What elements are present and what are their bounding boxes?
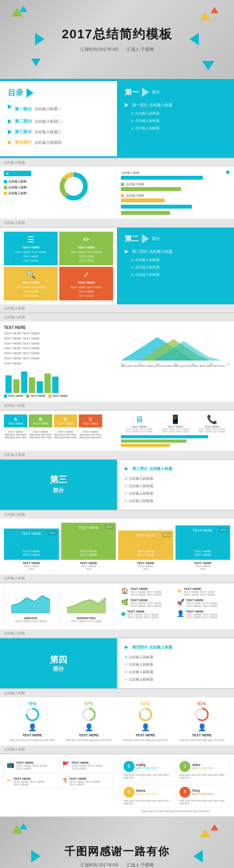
slide5-header-l: 点此输入标题 — [0, 313, 234, 321]
toc-title: 目录 — [8, 88, 109, 98]
person-silhouette-4: 👤 — [198, 723, 206, 732]
slide11-header: 点此输入标题 — [0, 689, 234, 697]
tablet-icon: 📱 — [170, 414, 181, 424]
deco-tri-yellow-1 — [200, 12, 211, 20]
deco-tri-teal-down-2 — [202, 61, 214, 70]
section2-label: 第二 — [125, 234, 139, 243]
mountain-chart: S1S2S3S4S5S6S7 — [121, 325, 230, 361]
footer-arrow-left — [31, 850, 41, 863]
rocket-icon: 🚀 — [177, 598, 184, 606]
toc-item-4: 第四部分 点此输入标题四 — [8, 139, 109, 145]
feature-list: 🏠 TEXT HERE TEXT HERE TEXT HERETEXT HERE… — [121, 587, 230, 619]
slide-8: 点此输入标题 TEXT HERE TEXT HERETEXT HERE 75% … — [0, 511, 234, 583]
deco-tri-orange-1 — [211, 7, 218, 13]
slide-6: A TEXT HERE B TEXT HERE C TEXT HERE D TE… — [0, 411, 234, 460]
toc-arrow-2 — [8, 119, 12, 124]
chart-title-left: TEXT HERE — [4, 325, 113, 330]
footer-title: 千图网感谢一路有你 — [64, 844, 170, 859]
slide3-header: 点此输入标题 — [0, 159, 234, 167]
toc-item-1: 第一部分 点此输入标题一 — [8, 104, 109, 114]
device-row: 🖥 TEXT HERE TEXT HERE TEXT HERETEXT HERE… — [121, 414, 230, 433]
icon-box-4: ✓ TEXT HERE TEXT HERE TEXT HERE TEXT HER… — [59, 267, 113, 300]
toc-arrow-1 — [8, 104, 12, 109]
slide8-footer: 点此输入标题 — [0, 574, 234, 582]
slide-11: 点此输入标题 76% 👤 TEXT HERE Add your text her… — [0, 689, 234, 754]
slide8-header: 点此输入标题 — [0, 511, 234, 519]
slide-footer: 千图网感谢一路有你 汇报时间:2017年9月 汇报人:千图网 — [0, 817, 234, 868]
slide-7: 第三 部分 第三部分 点此输入标题 点此输入副标题 点此输入副标题 点此输入副标… — [0, 460, 234, 511]
slide-10: 第四 部分 第四部分 点此输入标题 点此输入副标题 点此输入副标题 点此输入副标… — [0, 638, 234, 689]
svg-marker-7 — [11, 596, 50, 613]
progress-ring-3 — [138, 707, 152, 722]
slide-4: ☰ TEXT HERE TEXT HERE TEXT HERE TEXT HER… — [0, 228, 234, 313]
slide-12: 📺 TEXT HERE TEXT HERE TEXT HERE TEXT HER… — [0, 754, 234, 817]
book-icon: ✏ — [7, 777, 12, 784]
name-steve: Steve — [136, 789, 158, 793]
search-icon: 🔍 — [26, 270, 36, 279]
area-charts: SERVICE TEXT HERE TEXT HERE MARKETING TE… — [4, 587, 113, 625]
feature-boxes: 📺 TEXT HERE TEXT HERE TEXT HERE TEXT HER… — [4, 758, 113, 789]
people-progress: 76% 👤 TEXT HERE Add your text here Add y… — [4, 701, 230, 741]
chart-text-left: TEXT HERE TEXT HERETEXT HERE TEXT HERETE… — [4, 331, 113, 366]
icon-box-1: ☰ TEXT HERE TEXT HERE TEXT HERE TEXT HER… — [4, 232, 58, 265]
deco-tri-teal-down-1 — [31, 59, 41, 66]
avatar-steve: S — [124, 787, 135, 798]
avatar-cathy: C — [124, 761, 135, 772]
slide-9: SERVICE TEXT HERE TEXT HERE MARKETING TE… — [0, 583, 234, 638]
avatar-tony: T — [179, 787, 190, 798]
toc-item-3: 第三部分 点此输入标题三 — [8, 129, 109, 135]
tall-boxes: TEXT HERE TEXT HERETEXT HERE 75% TEXT HE… — [4, 523, 230, 570]
slide5-footer: 点此输入标题 — [0, 402, 234, 410]
footer-author: 汇报人:千图网 — [127, 862, 154, 868]
flag-icon: 🚩 — [62, 761, 70, 768]
abcd-boxes: A TEXT HERE B TEXT HERE C TEXT HERE D TE… — [4, 414, 113, 427]
hbar-2: 点此输入副标 — [121, 182, 230, 191]
footer-date: 汇报时间:2017年9月 — [80, 862, 119, 868]
title-arrow-left — [35, 33, 44, 45]
pencil-icon: ✏ — [83, 235, 90, 244]
hbar-5 — [121, 211, 230, 215]
slide-3: 点此输入标题 A 点此输入副标 点此输入副标 点此输入副标 — [0, 159, 234, 228]
slide11-footer: 点此输入标题 — [0, 745, 234, 754]
chart-legend: TEXT HERE TEXT HERE TEXT HERE — [4, 395, 113, 398]
deco-tri-teal-1 — [20, 6, 27, 12]
title-date: 汇报时间:2017年9月 — [80, 46, 119, 53]
svg-marker-8 — [67, 598, 106, 613]
section4-big: 第四 — [50, 654, 67, 666]
name-john: John — [192, 763, 214, 767]
title-arrow-right — [190, 33, 199, 45]
phone-icon: 📞 — [207, 414, 217, 424]
person-icon: 👤 — [177, 610, 184, 617]
slide-5: 点此输入标题 TEXT HERE TEXT HERE TEXT HERETEXT… — [0, 313, 234, 411]
abcd-text: TEXT HEREAdd your text here Add your tex… — [4, 430, 113, 439]
slide9-footer: 点此输入标题 — [0, 629, 234, 638]
teal-divider-2 — [0, 156, 234, 158]
toc-arrow-4 — [8, 140, 12, 145]
check-icon: ✓ — [83, 270, 90, 279]
progress-ring-1 — [25, 707, 39, 722]
section2-arrow — [142, 234, 149, 243]
footer-tri-yellow — [200, 829, 211, 838]
toc-arrow-3 — [8, 130, 12, 134]
slide6-footer: 点此输入标题 — [0, 451, 234, 459]
hbar-3: 点此输入副标 — [121, 193, 230, 202]
toc-title-text: 目录 — [8, 88, 23, 98]
main-title: 2017总结简约模板 — [62, 26, 172, 43]
hbar-1: 点此输入副标 — [121, 171, 230, 180]
hbar-4 — [121, 205, 230, 209]
section1-header-label: 第一 — [125, 88, 139, 97]
person-silhouette-1: 👤 — [28, 723, 37, 732]
home-icon: 🏠 — [121, 587, 129, 595]
profile-cards: C Cathy ADD YOUR TEXT Add your text here… — [121, 758, 230, 807]
icon-box-3: 🔍 TEXT HERE TEXT HERE TEXT HERE TEXT HER… — [4, 267, 58, 300]
person-silhouette-3: 👤 — [141, 723, 150, 732]
person-silhouette-2: 👤 — [85, 723, 93, 732]
toc-arrow — [27, 88, 34, 98]
section1-arrow — [142, 88, 149, 97]
slide-title: 2017总结简约模板 汇报时间:2017年9月 汇报人:千图网 — [0, 0, 234, 79]
name-tony: Tony — [192, 789, 214, 793]
footer-arrow-right — [193, 850, 203, 863]
section3-big: 第三 — [50, 475, 67, 484]
avatar-john: J — [179, 761, 190, 772]
list-icon: ☰ — [27, 235, 34, 244]
